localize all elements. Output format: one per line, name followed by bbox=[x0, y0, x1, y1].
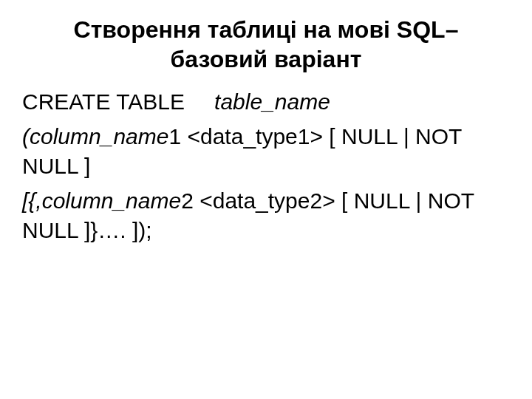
column-index-2: 2 bbox=[181, 188, 200, 213]
column-name2-open: [{,column_name bbox=[22, 188, 181, 213]
column-index-1: 1 bbox=[168, 124, 187, 149]
data-type2: <data_type2> bbox=[200, 188, 335, 213]
slide-title: Створення таблиці на мові SQL– базовий в… bbox=[22, 15, 510, 74]
create-keyword: CREATE TABLE bbox=[22, 89, 185, 114]
syntax-line-1: CREATE TABLEtable_name bbox=[22, 87, 510, 117]
table-name-placeholder: table_name bbox=[214, 89, 330, 114]
syntax-line-2: (column_name1 <data_type1> [ NULL | NOT … bbox=[22, 122, 510, 182]
syntax-line-3: [{,column_name2 <data_type2> [ NULL | NO… bbox=[22, 186, 510, 246]
data-type1: <data_type1> bbox=[187, 124, 323, 149]
column-name1-open: (column_name bbox=[22, 124, 168, 149]
